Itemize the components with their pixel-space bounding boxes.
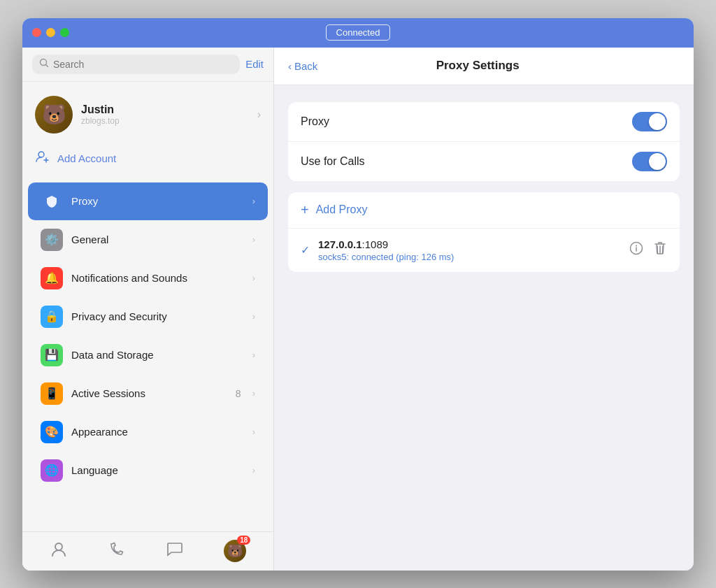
add-account-button[interactable]: Add Account bbox=[22, 143, 273, 179]
sessions-badge: 8 bbox=[236, 388, 241, 399]
bottom-tabs: 🐻 18 bbox=[22, 531, 273, 571]
sidebar-item-general[interactable]: ⚙️ General › bbox=[28, 221, 268, 259]
proxy-toggle-label: Proxy bbox=[301, 115, 632, 128]
language-icon: 🌐 bbox=[41, 459, 63, 482]
proxy-settings-card: Proxy Use for Calls bbox=[288, 102, 680, 181]
sidebar-item-appearance[interactable]: 🎨 Appearance › bbox=[28, 413, 268, 451]
search-icon bbox=[39, 58, 49, 71]
profile-name: Justin bbox=[81, 103, 249, 116]
sidebar-nav: Proxy › ⚙️ General › 🔔 Notifications and… bbox=[22, 179, 273, 531]
panel-body: Proxy Use for Calls + Add Proxy bbox=[274, 85, 694, 571]
connected-badge: Connected bbox=[326, 24, 391, 41]
privacy-nav-label: Privacy and Security bbox=[71, 310, 244, 322]
language-nav-label: Language bbox=[71, 464, 244, 476]
titlebar: Connected bbox=[22, 18, 694, 48]
proxy-item: ✓ 127.0.0.1:1089 socks5: connected (ping… bbox=[288, 229, 680, 272]
right-panel: ‹ Back Proxy Settings Proxy Use for Call… bbox=[274, 48, 694, 571]
tab-calls[interactable] bbox=[102, 534, 131, 568]
app-window: Connected Edit 🐻 bbox=[22, 18, 694, 571]
profile-tab-badge: 18 bbox=[237, 536, 250, 545]
sessions-icon: 📱 bbox=[41, 382, 63, 405]
proxy-chevron-icon: › bbox=[252, 196, 255, 206]
privacy-chevron-icon: › bbox=[252, 311, 255, 322]
add-proxy-row[interactable]: + Add Proxy bbox=[288, 192, 680, 229]
proxy-icon bbox=[41, 190, 63, 213]
tab-profile[interactable]: 🐻 18 bbox=[218, 534, 252, 568]
proxy-check-icon: ✓ bbox=[301, 243, 310, 257]
svg-point-4 bbox=[636, 245, 637, 247]
panel-header: ‹ Back Proxy Settings bbox=[274, 48, 694, 85]
notifications-nav-label: Notifications and Sounds bbox=[71, 272, 244, 284]
main-content: Edit 🐻 Justin zblogs.top › bbox=[22, 48, 694, 571]
language-chevron-icon: › bbox=[252, 465, 255, 475]
back-chevron-icon: ‹ bbox=[288, 60, 292, 72]
proxy-nav-label: Proxy bbox=[71, 195, 244, 207]
sidebar-item-language[interactable]: 🌐 Language › bbox=[28, 452, 268, 489]
close-button[interactable] bbox=[32, 28, 41, 37]
profile-chevron-icon: › bbox=[257, 108, 261, 121]
edit-button[interactable]: Edit bbox=[245, 58, 264, 70]
proxy-delete-button[interactable] bbox=[653, 241, 667, 259]
general-chevron-icon: › bbox=[252, 234, 255, 245]
notifications-icon: 🔔 bbox=[41, 267, 63, 289]
appearance-icon: 🎨 bbox=[41, 421, 63, 443]
calls-toggle-label: Use for Calls bbox=[301, 155, 632, 168]
general-icon: ⚙️ bbox=[41, 229, 63, 251]
add-account-label: Add Account bbox=[57, 152, 116, 164]
sidebar-item-notifications[interactable]: 🔔 Notifications and Sounds › bbox=[28, 259, 268, 297]
proxy-toggle-row: Proxy bbox=[288, 102, 680, 142]
data-chevron-icon: › bbox=[252, 350, 255, 360]
search-input-wrapper[interactable] bbox=[32, 55, 240, 74]
tab-contacts[interactable] bbox=[44, 534, 73, 568]
sessions-nav-label: Active Sessions bbox=[71, 387, 227, 399]
maximize-button[interactable] bbox=[60, 28, 69, 37]
data-icon: 💾 bbox=[41, 344, 63, 366]
watermark: zblogs.top bbox=[81, 116, 249, 126]
profile-section[interactable]: 🐻 Justin zblogs.top › bbox=[22, 82, 273, 143]
panel-title: Proxy Settings bbox=[317, 59, 638, 73]
add-proxy-label: Add Proxy bbox=[316, 203, 368, 216]
sidebar-item-proxy[interactable]: Proxy › bbox=[28, 182, 268, 220]
back-label: Back bbox=[294, 60, 317, 72]
privacy-icon: 🔒 bbox=[41, 306, 63, 328]
calls-tab-icon bbox=[108, 540, 126, 562]
proxy-status: socks5: connected (ping: 126 ms) bbox=[318, 252, 621, 262]
proxy-details: 127.0.0.1:1089 socks5: connected (ping: … bbox=[318, 238, 621, 262]
chats-tab-icon bbox=[166, 540, 184, 562]
appearance-chevron-icon: › bbox=[252, 426, 255, 437]
data-nav-label: Data and Storage bbox=[71, 349, 244, 361]
calls-toggle[interactable] bbox=[632, 152, 667, 171]
proxy-info-button[interactable] bbox=[629, 241, 643, 259]
contacts-tab-icon bbox=[50, 540, 68, 562]
proxy-actions bbox=[629, 241, 667, 259]
svg-point-2 bbox=[55, 543, 62, 550]
proxy-toggle[interactable] bbox=[632, 112, 667, 131]
sidebar-item-sessions[interactable]: 📱 Active Sessions 8 › bbox=[28, 375, 268, 413]
proxy-list-card: + Add Proxy ✓ 127.0.0.1:1089 socks5: con… bbox=[288, 192, 680, 272]
avatar: 🐻 bbox=[35, 96, 73, 134]
traffic-lights bbox=[32, 28, 69, 37]
notifications-chevron-icon: › bbox=[252, 273, 255, 283]
add-proxy-plus-icon: + bbox=[301, 202, 309, 218]
sidebar-item-privacy[interactable]: 🔒 Privacy and Security › bbox=[28, 298, 268, 336]
proxy-address: 127.0.0.1:1089 bbox=[318, 238, 621, 250]
add-account-icon bbox=[35, 149, 50, 168]
search-input[interactable] bbox=[53, 59, 233, 70]
general-nav-label: General bbox=[71, 234, 244, 245]
sidebar-item-data[interactable]: 💾 Data and Storage › bbox=[28, 336, 268, 374]
search-bar: Edit bbox=[22, 48, 273, 82]
tab-chats[interactable] bbox=[160, 534, 189, 568]
sessions-chevron-icon: › bbox=[252, 388, 255, 399]
minimize-button[interactable] bbox=[46, 28, 55, 37]
appearance-nav-label: Appearance bbox=[71, 426, 244, 438]
calls-toggle-row: Use for Calls bbox=[288, 142, 680, 181]
back-button[interactable]: ‹ Back bbox=[288, 60, 317, 72]
svg-point-1 bbox=[38, 152, 44, 157]
sidebar: Edit 🐻 Justin zblogs.top › bbox=[22, 48, 274, 571]
